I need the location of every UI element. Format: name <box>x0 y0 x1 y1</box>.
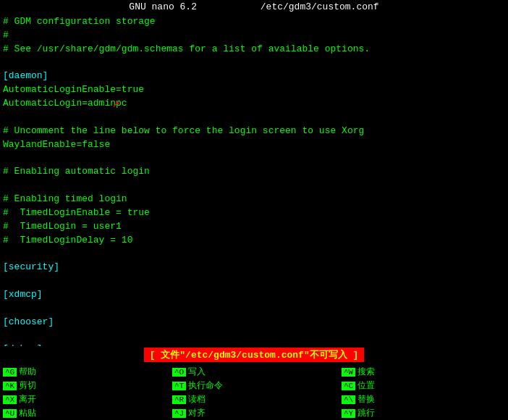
editor-line: # Uncomment the line below to force the … <box>3 125 505 138</box>
bottom-label: 离开 <box>19 393 36 406</box>
bottom-key: ^J <box>172 409 186 418</box>
content-area[interactable]: # GDM configuration storage## See /usr/s… <box>0 14 508 346</box>
editor-line: AutomaticLoginEnable=true <box>3 83 505 97</box>
editor-line <box>3 111 505 125</box>
editor-line: WaylandEnable=false <box>3 138 505 152</box>
bottom-menu-item[interactable]: ^G帮助 <box>0 365 169 379</box>
bottom-key: ^Y <box>342 409 355 418</box>
editor-line <box>3 151 505 165</box>
terminal: GNU nano 6.2 /etc/gdm3/custom.conf # GDM… <box>0 0 508 420</box>
bottom-key: ^\ <box>342 395 355 404</box>
title-left: GNU nano 6.2 <box>129 1 197 12</box>
status-message: [ 文件"/etc/gdm3/custom.conf"不可写入 ] <box>144 348 365 362</box>
bottom-label: 剪切 <box>19 379 36 392</box>
bottom-key: ^O <box>172 368 186 377</box>
bottom-label: 对齐 <box>188 407 206 419</box>
title-center: /etc/gdm3/custom.conf <box>261 1 379 12</box>
bottom-label: 位置 <box>357 379 375 392</box>
bottom-menu-item[interactable]: ^Y跳行 <box>339 406 508 420</box>
bottom-key: ^G <box>3 368 17 377</box>
editor-line: [debug] <box>3 343 505 346</box>
bottom-label: 跳行 <box>357 407 375 419</box>
editor-line: # <box>3 29 505 43</box>
bottom-label: 读档 <box>188 393 206 406</box>
editor-line: # TimedLoginEnable = true <box>3 206 505 220</box>
editor-line: [chooser] <box>3 316 505 329</box>
editor-line <box>3 56 505 70</box>
bottom-bar: ^G帮助^O写入^W搜索^K剪切^T执行命令^C位置^X离开^R读档^\替换^U… <box>0 364 508 420</box>
bottom-label: 帮助 <box>19 366 36 378</box>
bottom-key: ^W <box>342 368 355 377</box>
bottom-menu-item[interactable]: ^X离开 <box>0 392 169 406</box>
editor-line <box>3 274 505 288</box>
bottom-menu-item[interactable]: ^J对齐 <box>169 406 339 420</box>
bottom-label: 写入 <box>188 366 206 378</box>
bottom-menu-item[interactable]: ^\替换 <box>339 392 508 406</box>
status-bar: [ 文件"/etc/gdm3/custom.conf"不可写入 ] <box>0 346 508 364</box>
editor-line <box>3 179 505 193</box>
bottom-menu-item[interactable]: ^U粘贴 <box>0 406 169 420</box>
editor-line: # See /usr/share/gdm/gdm.schemas for a l… <box>3 43 505 56</box>
editor-line: [security] <box>3 261 505 274</box>
editor-line: # Enabling automatic login <box>3 165 505 179</box>
bottom-menu-item[interactable]: ^C位置 <box>339 379 508 392</box>
bottom-key: ^K <box>3 382 17 390</box>
editor-line: # Enabling timed login <box>3 193 505 206</box>
bottom-key: ^C <box>342 382 355 390</box>
bottom-menu-item[interactable]: ^K剪切 <box>0 379 169 392</box>
editor-line: AutomaticLogin=adminpc <box>3 97 505 111</box>
bottom-key: ^X <box>3 395 17 404</box>
editor-line <box>3 302 505 316</box>
editor-line: [xdmcp] <box>3 288 505 302</box>
bottom-label: 搜索 <box>357 366 375 378</box>
title-bar: GNU nano 6.2 /etc/gdm3/custom.conf <box>0 0 508 14</box>
bottom-menu-item[interactable]: ^O写入 <box>169 365 339 379</box>
editor-line: # TimedLoginDelay = 10 <box>3 234 505 248</box>
lines-container: # GDM configuration storage## See /usr/s… <box>3 15 505 346</box>
bottom-menu-item[interactable]: ^T执行命令 <box>169 379 339 392</box>
bottom-key: ^U <box>3 409 17 418</box>
bottom-label: 粘贴 <box>19 407 36 419</box>
editor-line: # TimedLogin = user1 <box>3 220 505 234</box>
bottom-key: ^R <box>172 395 186 404</box>
editor-line: # GDM configuration storage <box>3 15 505 29</box>
editor-line <box>3 329 505 343</box>
bottom-label: 替换 <box>357 393 375 406</box>
editor-line <box>3 247 505 261</box>
bottom-menu-item[interactable]: ^R读档 <box>169 392 339 406</box>
bottom-menu-item[interactable]: ^W搜索 <box>339 365 508 379</box>
bottom-key: ^T <box>172 382 186 390</box>
bottom-label: 执行命令 <box>188 379 223 392</box>
editor-line: [daemon] <box>3 70 505 83</box>
